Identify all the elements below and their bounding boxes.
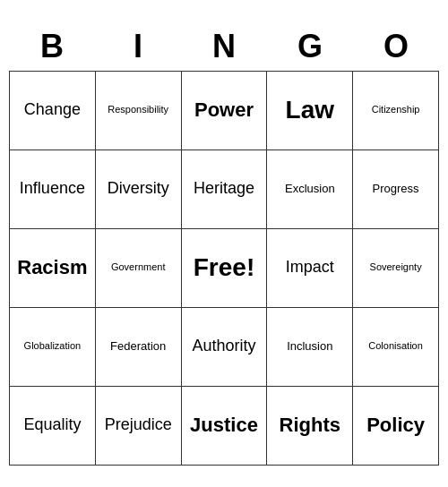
bingo-cell: Prejudice <box>96 387 182 466</box>
cell-text: Progress <box>373 182 419 196</box>
bingo-cell: Exclusion <box>267 150 353 229</box>
bingo-cell: Impact <box>267 229 353 308</box>
bingo-cell: Equality <box>10 387 96 466</box>
bingo-cell: Authority <box>182 308 268 387</box>
bingo-letter: O <box>353 22 439 71</box>
bingo-cell: Responsibility <box>96 72 182 150</box>
bingo-header: BINGO <box>9 22 439 71</box>
bingo-cell: Sovereignty <box>353 229 439 308</box>
cell-text: Citizenship <box>372 104 420 115</box>
cell-text: Impact <box>286 258 334 278</box>
cell-text: Equality <box>23 415 81 435</box>
bingo-letter: I <box>95 22 181 71</box>
cell-text: Responsibility <box>108 104 168 115</box>
cell-text: Federation <box>110 339 166 354</box>
cell-text: Colonisation <box>368 340 423 352</box>
cell-text: Rights <box>280 414 340 437</box>
cell-text: Justice <box>190 414 258 437</box>
cell-text: Sovereignty <box>370 261 422 273</box>
cell-text: Racism <box>17 256 87 279</box>
cell-text: Power <box>194 98 254 122</box>
bingo-cell: Colonisation <box>353 308 439 387</box>
cell-text: Change <box>24 100 81 120</box>
cell-text: Heritage <box>194 179 254 199</box>
bingo-cell: Policy <box>353 387 439 466</box>
bingo-letter: G <box>267 22 353 71</box>
bingo-letter: B <box>9 22 95 71</box>
bingo-cell: Progress <box>353 150 439 229</box>
bingo-cell: Justice <box>182 387 268 466</box>
bingo-grid: ChangeResponsibilityPowerLawCitizenshipI… <box>9 71 439 466</box>
cell-text: Law <box>286 95 334 125</box>
cell-text: Policy <box>366 414 425 437</box>
bingo-card: BINGO ChangeResponsibilityPowerLawCitize… <box>9 22 439 466</box>
cell-text: Diversity <box>108 179 169 199</box>
bingo-cell: Heritage <box>182 150 268 229</box>
bingo-cell: Inclusion <box>267 308 353 387</box>
cell-text: Globalization <box>24 340 82 352</box>
bingo-cell: Racism <box>10 229 96 308</box>
bingo-cell: Rights <box>267 387 353 466</box>
cell-text: Exclusion <box>285 182 335 196</box>
bingo-cell: Influence <box>10 150 96 229</box>
bingo-letter: N <box>181 22 267 71</box>
bingo-cell: Law <box>267 72 353 150</box>
cell-text: Free! <box>194 252 254 283</box>
bingo-cell: Government <box>96 229 182 308</box>
cell-text: Influence <box>20 179 85 199</box>
bingo-cell: Free! <box>182 229 268 308</box>
cell-text: Inclusion <box>287 339 332 354</box>
bingo-cell: Change <box>10 72 96 150</box>
bingo-cell: Globalization <box>10 308 96 387</box>
bingo-cell: Diversity <box>96 150 182 229</box>
bingo-cell: Power <box>182 72 268 150</box>
bingo-cell: Citizenship <box>353 72 439 150</box>
cell-text: Government <box>111 261 166 273</box>
bingo-cell: Federation <box>96 308 182 387</box>
cell-text: Authority <box>192 337 255 356</box>
cell-text: Prejudice <box>105 415 172 435</box>
